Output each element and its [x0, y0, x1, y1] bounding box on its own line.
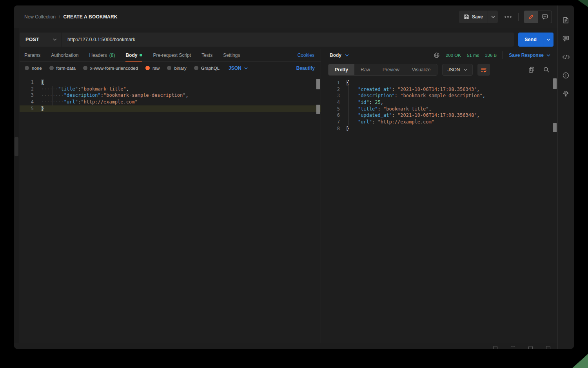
request-body-editor[interactable]: 1{2······"title":"bookmark·title",3·····… [20, 74, 321, 343]
url-input[interactable] [62, 33, 514, 47]
response-tab-visualize[interactable]: Visualize [406, 64, 437, 75]
scrollbar-thumb[interactable] [553, 78, 557, 89]
top-actions-divider [518, 13, 519, 21]
overview-marker [553, 123, 557, 132]
body-type-none[interactable]: none [25, 66, 42, 71]
status-bar [14, 343, 557, 349]
response-body-select[interactable]: Body [330, 53, 349, 58]
body-type-form-data[interactable]: form-data [49, 66, 76, 71]
response-body-viewer[interactable]: 1{2 "created_at": "2021-10-06T14:17:08.3… [321, 78, 557, 343]
tab-headers[interactable]: Headers (8) [89, 49, 115, 62]
line-number: 4 [20, 99, 34, 105]
status-icon-1[interactable] [493, 346, 497, 349]
tab-params[interactable]: Params [24, 49, 40, 62]
response-tab-raw[interactable]: Raw [354, 64, 376, 75]
cursor-position-marker [316, 105, 320, 114]
code-line: 4 "id": 25, [321, 99, 557, 106]
send-options-button[interactable] [543, 33, 554, 47]
documentation-icon[interactable] [562, 16, 570, 24]
request-editor-overview-ruler [316, 74, 320, 343]
left-rail-scroll-thumb[interactable] [15, 137, 18, 156]
chevron-down-icon [491, 16, 495, 18]
body-type-x-www-form-urlencoded[interactable]: x-www-form-urlencoded [83, 66, 138, 71]
network-globe-icon[interactable] [434, 52, 440, 58]
body-type-graphql[interactable]: GraphQL [194, 66, 220, 71]
line-number: 2 [321, 86, 340, 93]
comments-sidebar-icon[interactable] [562, 34, 570, 42]
send-button[interactable]: Send [518, 33, 543, 47]
chevron-down-icon [244, 67, 248, 69]
breadcrumb-collection[interactable]: New Collection [24, 14, 56, 20]
chevron-down-icon [546, 54, 550, 56]
chevron-down-icon [345, 54, 349, 56]
response-status-cluster: 200 OK 51 ms 336 B Save Response [434, 51, 550, 59]
request-url-row: POST Send [20, 33, 554, 47]
copy-icon[interactable] [528, 67, 535, 73]
code-snippet-icon[interactable] [562, 53, 570, 61]
status-icon-3[interactable] [528, 346, 533, 349]
status-divider [503, 51, 503, 59]
headers-count-badge: (8) [109, 53, 115, 58]
response-size[interactable]: 336 B [485, 53, 497, 58]
line-number: 3 [321, 92, 340, 99]
comments-button[interactable] [538, 11, 552, 23]
status-icon-2[interactable] [511, 346, 515, 349]
response-time[interactable]: 51 ms [467, 53, 479, 58]
right-sidebar [557, 5, 574, 349]
breadcrumb-separator: / [59, 14, 60, 20]
code-line: 6 "updated_at": "2021-10-06T14:17:08.356… [321, 112, 557, 119]
code-line: 2······"title":"bookmark·title", [20, 86, 321, 92]
save-response-button[interactable]: Save Response [509, 53, 550, 58]
send-split-button: Send [518, 33, 554, 47]
response-view-segmented-control: Pretty Raw Preview Visualize [328, 64, 437, 76]
line-number: 3 [20, 92, 34, 99]
body-type-row: none form-data x-www-form-urlencoded raw… [20, 62, 321, 74]
code-line: 3········"description":"bookmark·sample·… [20, 92, 321, 99]
cookies-link[interactable]: Cookies [298, 53, 314, 58]
status-code[interactable]: 200 OK [446, 53, 461, 58]
code-line: 5} [20, 105, 321, 112]
desktop-corner-bottom-right [572, 354, 588, 368]
save-options-button[interactable] [488, 11, 498, 23]
lightbulb-icon[interactable] [562, 90, 570, 98]
tab-tests[interactable]: Tests [201, 49, 212, 62]
code-line: 3 "description": "bookmark sample descri… [321, 92, 557, 99]
response-toolbar-icons [528, 67, 557, 73]
tab-authorization[interactable]: Authorization [51, 49, 78, 62]
code-line: 1{ [20, 79, 321, 86]
response-tab-preview[interactable]: Preview [376, 64, 406, 75]
line-number: 6 [321, 112, 340, 119]
response-view-tabs: Pretty Raw Preview Visualize JSON [321, 62, 557, 78]
status-icon-4[interactable] [546, 346, 550, 349]
search-icon[interactable] [543, 67, 550, 73]
method-select[interactable]: POST [20, 33, 62, 47]
method-label: POST [25, 37, 39, 42]
request-tabs-row: Params Authorization Headers (8) Body Pr… [20, 49, 321, 62]
request-language-select[interactable]: JSON [229, 65, 248, 71]
line-number: 1 [321, 80, 340, 86]
scrollbar-thumb[interactable] [316, 79, 320, 89]
chevron-down-icon [546, 38, 550, 41]
tab-settings[interactable]: Settings [223, 49, 240, 62]
indent-guide [53, 86, 53, 105]
response-tab-pretty[interactable]: Pretty [328, 64, 354, 75]
response-language-select[interactable]: JSON [442, 64, 473, 76]
comment-icon [542, 14, 548, 20]
tab-pre-request-script[interactable]: Pre-request Script [153, 49, 191, 62]
chevron-down-icon [464, 69, 467, 71]
body-type-raw[interactable]: raw [145, 66, 160, 71]
tab-body[interactable]: Body [125, 49, 142, 62]
edit-mode-button[interactable] [524, 11, 538, 23]
code-line: 7 "url": "http://example.com" [321, 119, 557, 125]
save-button[interactable]: Save [459, 11, 488, 23]
wrap-text-icon [481, 67, 487, 73]
line-number: 5 [20, 105, 34, 112]
beautify-link[interactable]: Beautify [296, 65, 315, 71]
body-type-binary[interactable]: binary [167, 66, 186, 71]
more-options-button[interactable] [503, 11, 513, 22]
radio-icon [25, 66, 29, 70]
wrap-lines-button[interactable] [477, 64, 490, 76]
edit-pencil-icon [528, 14, 534, 20]
radio-icon [167, 66, 171, 70]
info-icon[interactable] [562, 71, 570, 79]
